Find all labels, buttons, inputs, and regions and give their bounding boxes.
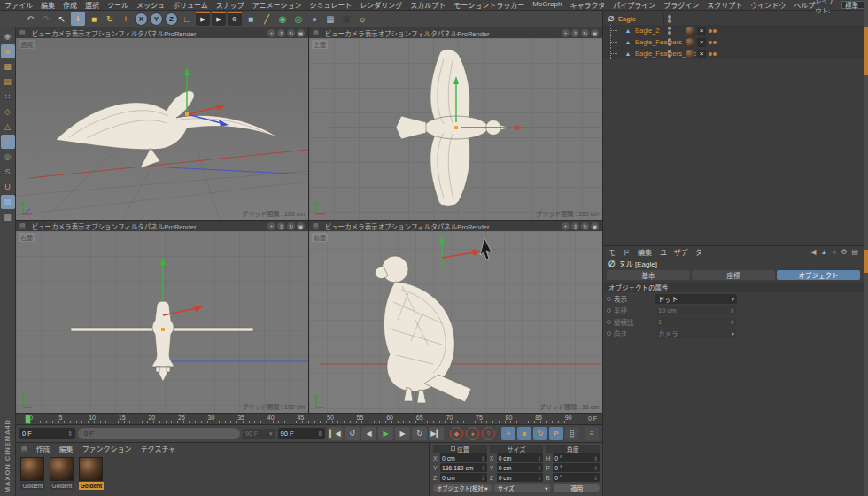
right-edge-tab-strip[interactable] <box>864 0 868 496</box>
rotation-h-field[interactable]: 0 °⇕ <box>553 453 600 462</box>
attribute-menu-item[interactable]: 編集 <box>638 247 652 257</box>
workplane-snap-icon[interactable]: ▦ <box>1 195 15 209</box>
material-tag-icon[interactable] <box>686 27 694 35</box>
move-tool-icon[interactable]: + <box>71 12 85 26</box>
apply-button[interactable]: 適用 <box>554 484 600 492</box>
viewport-menu-item[interactable]: ProRender <box>457 223 489 231</box>
texture-tag-icon[interactable] <box>709 52 712 56</box>
stepper-icon[interactable]: ⇕ <box>593 465 598 471</box>
chevron-down-icon[interactable]: ▾ <box>732 296 734 302</box>
light-icon[interactable]: ☼ <box>355 12 369 26</box>
texture-tag-icon[interactable] <box>713 41 717 44</box>
render-view-icon[interactable]: ▶ <box>196 12 210 26</box>
snap-icon[interactable]: S <box>1 165 15 179</box>
object-row[interactable]: ▲Eagle_Feathers_sec× <box>603 48 864 59</box>
viewport-perspective[interactable]: ▤ ビューカメラ表示オプションフィルタパネルProRender +⇕↻▣ <box>16 27 308 220</box>
viewport-menu-item[interactable]: パネル <box>144 30 165 38</box>
material-tag-icon[interactable] <box>686 38 694 47</box>
panel-list-icon[interactable]: ▤ <box>851 248 858 256</box>
visibility-toggles[interactable] <box>668 50 671 58</box>
texture-tag-icon[interactable] <box>713 52 717 56</box>
visibility-dot-icon[interactable] <box>668 15 671 19</box>
timeline-ruler[interactable]: 051015202530354045505560657075808590 0 F <box>16 413 602 424</box>
phong-tag-icon[interactable]: × <box>697 50 706 58</box>
viewport-menu-item[interactable]: カメラ <box>51 30 72 38</box>
record-parameter-toggle[interactable]: P <box>549 427 563 440</box>
preview-range-slider[interactable]: 0 F <box>78 428 240 439</box>
record-keyframe-button[interactable]: ◆ <box>450 427 463 440</box>
attribute-menu-item[interactable]: モード <box>608 247 630 257</box>
viewport-top[interactable]: ▤ ビューカメラ表示オプションフィルタパネルProRender +⇕↻▣ <box>309 27 602 220</box>
viewport-canvas-top[interactable]: 上面 グリッド間隔 : 100 cm <box>309 38 602 220</box>
dolly-view-icon[interactable]: ⇕ <box>277 222 285 230</box>
animation-dot-icon[interactable] <box>607 297 611 301</box>
viewport-menu-item[interactable]: ビュー <box>32 30 52 38</box>
pan-view-icon[interactable]: + <box>267 222 275 230</box>
subdivision-surface-icon[interactable]: ◉ <box>275 12 290 26</box>
stepper-icon[interactable]: ⇕ <box>537 465 541 471</box>
texture-tag-icon[interactable] <box>713 29 717 33</box>
viewport-menu-item[interactable]: カメラ <box>345 30 365 38</box>
generator-icon[interactable]: ◎ <box>291 12 306 26</box>
undo-icon[interactable]: ↶ <box>23 12 37 26</box>
menubar-item[interactable]: 編集 <box>41 0 55 10</box>
size-y-field[interactable]: 0 cm⇕ <box>497 463 544 472</box>
history-back-icon[interactable]: ◀ <box>810 248 816 256</box>
tab-座標[interactable]: 座標 <box>692 270 775 280</box>
menubar-item[interactable]: パイプライン <box>613 0 655 10</box>
viewport-menu-item[interactable]: オプション <box>378 30 411 38</box>
floor-icon[interactable]: ▦ <box>323 12 337 26</box>
material-thumbnail[interactable] <box>79 457 103 481</box>
viewport-canvas-perspective[interactable]: 透視 グリッド間隔 : 100 cm <box>16 38 308 220</box>
locked-workplane-icon[interactable]: ▩ <box>1 210 15 224</box>
visibility-toggles[interactable] <box>668 15 671 23</box>
viewport-menu-icon[interactable]: ▤ <box>19 29 26 36</box>
menubar-item[interactable]: ツール <box>107 0 128 10</box>
viewport-menu-item[interactable]: 表示 <box>72 30 85 38</box>
viewport-menu-item[interactable]: オプション <box>85 30 118 38</box>
stepper-icon[interactable]: ⇕ <box>317 430 322 438</box>
edge-tab[interactable] <box>864 27 868 75</box>
edge-tab[interactable] <box>864 250 868 273</box>
viewport-menu-item[interactable]: ビュー <box>325 30 345 38</box>
pan-view-icon[interactable]: + <box>562 29 570 37</box>
material-thumbnail[interactable] <box>50 457 74 481</box>
polygons-mode-icon[interactable]: △ <box>1 120 15 134</box>
render-settings-icon[interactable]: ⚙ <box>228 12 242 26</box>
viewport-menu-item[interactable]: ビュー <box>325 223 345 231</box>
position-x-field[interactable]: 0 cm⇕ <box>440 453 487 462</box>
object-row[interactable]: ∅Eagle <box>603 13 864 25</box>
range-end-field[interactable]: 90 F ⇕ <box>278 428 326 439</box>
play-backward-button[interactable]: ↺ <box>345 427 360 440</box>
viewport-menu-item[interactable]: 表示 <box>365 30 378 38</box>
menubar-item[interactable]: スカルプト <box>410 0 446 10</box>
viewport-menu-icon[interactable]: ▤ <box>313 222 319 229</box>
x-axis-lock-icon[interactable]: X <box>135 12 148 26</box>
viewport-menu-item[interactable]: 表示 <box>72 223 85 231</box>
record-pla-toggle[interactable]: ⣿ <box>565 427 579 440</box>
toggle-view-icon[interactable]: ▣ <box>591 222 599 230</box>
material-menu-item[interactable]: 編集 <box>59 444 74 453</box>
search-icon[interactable]: ○ <box>832 248 836 256</box>
material-thumbnail[interactable] <box>20 457 44 481</box>
y-axis-lock-icon[interactable]: Y <box>150 12 163 26</box>
viewport-menu-icon[interactable]: ▤ <box>313 29 319 36</box>
viewport-menu-item[interactable]: ProRender <box>457 30 489 38</box>
menubar-item[interactable]: アニメーション <box>252 0 302 10</box>
rotation-p-field[interactable]: 0 °⇕ <box>553 463 600 472</box>
texture-tag-icon[interactable] <box>709 41 712 44</box>
gear-icon[interactable]: ⚙ <box>841 248 847 256</box>
viewport-menu-item[interactable]: フィルタ <box>411 223 438 231</box>
menubar-item[interactable]: スクリプト <box>707 0 742 10</box>
menubar-item[interactable]: ウインドウ <box>750 0 786 10</box>
last-tool-icon[interactable]: + <box>119 12 133 26</box>
material-menu-item[interactable]: 作成 <box>36 444 50 453</box>
menubar-item[interactable]: モーショントラッカー <box>453 0 524 10</box>
menubar-item[interactable]: ヘルプ <box>794 0 815 10</box>
magnet-snap-icon[interactable]: U <box>1 180 15 194</box>
dolly-view-icon[interactable]: ⇕ <box>277 29 285 37</box>
viewport-menu-item[interactable]: オプション <box>378 223 411 231</box>
menubar-item[interactable]: 作成 <box>63 0 77 10</box>
position-y-field[interactable]: 136.182 cm⇕ <box>440 463 487 472</box>
stepper-icon[interactable]: ⇕ <box>593 475 598 481</box>
